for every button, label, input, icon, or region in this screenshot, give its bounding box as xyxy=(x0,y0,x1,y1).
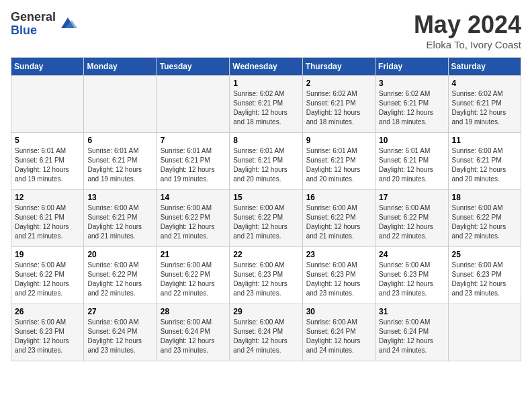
day-cell: 31Sunrise: 6:00 AM Sunset: 6:24 PM Dayli… xyxy=(375,304,448,361)
day-number: 26 xyxy=(15,307,80,316)
header-wednesday: Wednesday xyxy=(230,58,302,76)
day-cell: 15Sunrise: 6:00 AM Sunset: 6:22 PM Dayli… xyxy=(230,190,302,247)
day-cell: 7Sunrise: 6:01 AM Sunset: 6:21 PM Daylig… xyxy=(157,133,229,190)
page-header: General Blue May 2024 Eloka To, Ivory Co… xyxy=(11,11,521,50)
title-month: May 2024 xyxy=(414,11,521,39)
day-cell: 4Sunrise: 6:02 AM Sunset: 6:21 PM Daylig… xyxy=(448,76,521,133)
day-detail: Sunrise: 6:02 AM Sunset: 6:21 PM Dayligh… xyxy=(379,89,444,127)
day-cell: 19Sunrise: 6:00 AM Sunset: 6:22 PM Dayli… xyxy=(11,247,84,304)
day-cell: 27Sunrise: 6:00 AM Sunset: 6:24 PM Dayli… xyxy=(84,304,157,361)
day-number: 10 xyxy=(379,136,444,145)
day-number: 6 xyxy=(87,136,152,145)
day-detail: Sunrise: 6:00 AM Sunset: 6:22 PM Dayligh… xyxy=(161,261,226,298)
day-detail: Sunrise: 6:00 AM Sunset: 6:22 PM Dayligh… xyxy=(15,261,80,298)
week-row-2: 5Sunrise: 6:01 AM Sunset: 6:21 PM Daylig… xyxy=(11,133,521,190)
day-number: 21 xyxy=(161,250,226,259)
day-cell: 9Sunrise: 6:01 AM Sunset: 6:21 PM Daylig… xyxy=(302,133,375,190)
day-cell: 20Sunrise: 6:00 AM Sunset: 6:22 PM Dayli… xyxy=(84,247,157,304)
day-detail: Sunrise: 6:01 AM Sunset: 6:21 PM Dayligh… xyxy=(161,146,226,184)
day-cell: 11Sunrise: 6:00 AM Sunset: 6:21 PM Dayli… xyxy=(448,133,521,190)
logo-icon xyxy=(58,15,77,34)
day-detail: Sunrise: 6:00 AM Sunset: 6:22 PM Dayligh… xyxy=(233,203,298,241)
day-cell xyxy=(157,76,229,133)
day-number: 14 xyxy=(161,193,226,202)
day-detail: Sunrise: 6:00 AM Sunset: 6:23 PM Dayligh… xyxy=(379,261,444,298)
day-number: 18 xyxy=(452,193,517,202)
logo-general: General xyxy=(11,11,56,24)
day-number: 15 xyxy=(233,193,298,202)
header-thursday: Thursday xyxy=(302,58,375,76)
day-number: 13 xyxy=(87,193,152,202)
day-cell: 21Sunrise: 6:00 AM Sunset: 6:22 PM Dayli… xyxy=(157,247,229,304)
day-number: 3 xyxy=(379,79,444,88)
day-cell: 14Sunrise: 6:00 AM Sunset: 6:22 PM Dayli… xyxy=(157,190,229,247)
day-cell: 6Sunrise: 6:01 AM Sunset: 6:21 PM Daylig… xyxy=(84,133,157,190)
header-sunday: Sunday xyxy=(11,58,84,76)
day-cell: 13Sunrise: 6:00 AM Sunset: 6:21 PM Dayli… xyxy=(84,190,157,247)
header-saturday: Saturday xyxy=(448,58,521,76)
header-row: SundayMondayTuesdayWednesdayThursdayFrid… xyxy=(11,58,521,76)
day-detail: Sunrise: 6:00 AM Sunset: 6:21 PM Dayligh… xyxy=(15,203,80,241)
day-number: 4 xyxy=(452,79,517,88)
day-cell xyxy=(11,76,84,133)
day-number: 11 xyxy=(452,136,517,145)
week-row-5: 26Sunrise: 6:00 AM Sunset: 6:23 PM Dayli… xyxy=(11,304,521,361)
day-detail: Sunrise: 6:01 AM Sunset: 6:21 PM Dayligh… xyxy=(306,146,371,184)
day-cell: 24Sunrise: 6:00 AM Sunset: 6:23 PM Dayli… xyxy=(375,247,448,304)
day-number: 2 xyxy=(306,79,371,88)
day-cell: 22Sunrise: 6:00 AM Sunset: 6:23 PM Dayli… xyxy=(230,247,302,304)
day-cell: 16Sunrise: 6:00 AM Sunset: 6:22 PM Dayli… xyxy=(302,190,375,247)
day-number: 16 xyxy=(306,193,371,202)
logo-text: General Blue xyxy=(11,11,56,38)
day-detail: Sunrise: 6:00 AM Sunset: 6:23 PM Dayligh… xyxy=(15,318,80,355)
day-cell: 1Sunrise: 6:02 AM Sunset: 6:21 PM Daylig… xyxy=(230,76,302,133)
day-detail: Sunrise: 6:00 AM Sunset: 6:21 PM Dayligh… xyxy=(87,203,152,241)
day-detail: Sunrise: 6:01 AM Sunset: 6:21 PM Dayligh… xyxy=(87,146,152,184)
day-cell: 12Sunrise: 6:00 AM Sunset: 6:21 PM Dayli… xyxy=(11,190,84,247)
day-detail: Sunrise: 6:00 AM Sunset: 6:22 PM Dayligh… xyxy=(452,203,517,241)
day-number: 27 xyxy=(87,307,152,316)
day-cell: 10Sunrise: 6:01 AM Sunset: 6:21 PM Dayli… xyxy=(375,133,448,190)
day-detail: Sunrise: 6:00 AM Sunset: 6:24 PM Dayligh… xyxy=(306,318,371,355)
day-cell: 3Sunrise: 6:02 AM Sunset: 6:21 PM Daylig… xyxy=(375,76,448,133)
day-detail: Sunrise: 6:01 AM Sunset: 6:21 PM Dayligh… xyxy=(379,146,444,184)
day-detail: Sunrise: 6:00 AM Sunset: 6:24 PM Dayligh… xyxy=(233,318,298,355)
day-detail: Sunrise: 6:00 AM Sunset: 6:24 PM Dayligh… xyxy=(379,318,444,355)
day-cell: 18Sunrise: 6:00 AM Sunset: 6:22 PM Dayli… xyxy=(448,190,521,247)
week-row-4: 19Sunrise: 6:00 AM Sunset: 6:22 PM Dayli… xyxy=(11,247,521,304)
title-location: Eloka To, Ivory Coast xyxy=(414,39,521,50)
day-number: 25 xyxy=(452,250,517,259)
day-cell: 26Sunrise: 6:00 AM Sunset: 6:23 PM Dayli… xyxy=(11,304,84,361)
day-detail: Sunrise: 6:00 AM Sunset: 6:22 PM Dayligh… xyxy=(87,261,152,298)
week-row-3: 12Sunrise: 6:00 AM Sunset: 6:21 PM Dayli… xyxy=(11,190,521,247)
day-detail: Sunrise: 6:00 AM Sunset: 6:23 PM Dayligh… xyxy=(452,261,517,298)
header-tuesday: Tuesday xyxy=(157,58,229,76)
day-detail: Sunrise: 6:02 AM Sunset: 6:21 PM Dayligh… xyxy=(452,89,517,127)
day-number: 30 xyxy=(306,307,371,316)
logo: General Blue xyxy=(11,11,77,38)
header-monday: Monday xyxy=(84,58,157,76)
day-cell: 30Sunrise: 6:00 AM Sunset: 6:24 PM Dayli… xyxy=(302,304,375,361)
logo-blue: Blue xyxy=(11,24,56,38)
day-cell xyxy=(84,76,157,133)
day-detail: Sunrise: 6:00 AM Sunset: 6:23 PM Dayligh… xyxy=(233,261,298,298)
day-cell: 17Sunrise: 6:00 AM Sunset: 6:22 PM Dayli… xyxy=(375,190,448,247)
day-detail: Sunrise: 6:00 AM Sunset: 6:23 PM Dayligh… xyxy=(306,261,371,298)
day-number: 12 xyxy=(15,193,80,202)
day-detail: Sunrise: 6:00 AM Sunset: 6:21 PM Dayligh… xyxy=(452,146,517,184)
day-cell: 5Sunrise: 6:01 AM Sunset: 6:21 PM Daylig… xyxy=(11,133,84,190)
day-detail: Sunrise: 6:00 AM Sunset: 6:22 PM Dayligh… xyxy=(306,203,371,241)
day-number: 7 xyxy=(161,136,226,145)
day-detail: Sunrise: 6:01 AM Sunset: 6:21 PM Dayligh… xyxy=(233,146,298,184)
day-number: 5 xyxy=(15,136,80,145)
header-friday: Friday xyxy=(375,58,448,76)
day-detail: Sunrise: 6:00 AM Sunset: 6:24 PM Dayligh… xyxy=(161,318,226,355)
day-cell: 28Sunrise: 6:00 AM Sunset: 6:24 PM Dayli… xyxy=(157,304,229,361)
day-detail: Sunrise: 6:01 AM Sunset: 6:21 PM Dayligh… xyxy=(15,146,80,184)
day-number: 8 xyxy=(233,136,298,145)
day-cell: 29Sunrise: 6:00 AM Sunset: 6:24 PM Dayli… xyxy=(230,304,302,361)
day-cell: 25Sunrise: 6:00 AM Sunset: 6:23 PM Dayli… xyxy=(448,247,521,304)
day-number: 29 xyxy=(233,307,298,316)
day-detail: Sunrise: 6:00 AM Sunset: 6:24 PM Dayligh… xyxy=(87,318,152,355)
calendar-table: SundayMondayTuesdayWednesdayThursdayFrid… xyxy=(11,57,521,361)
